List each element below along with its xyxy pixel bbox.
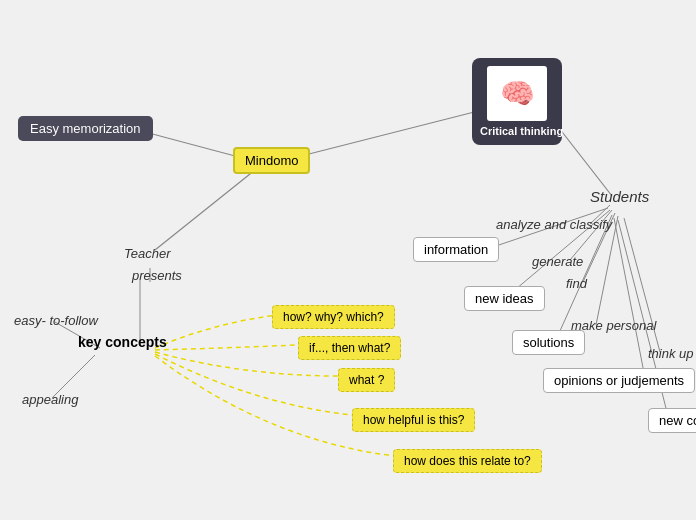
generate-node: generate	[528, 252, 587, 270]
appealing-node: appealing	[18, 390, 82, 408]
how-helpful-node[interactable]: how helpful is this?	[352, 408, 475, 432]
mindomo-box: Mindomo	[233, 147, 310, 174]
teacher-node[interactable]: Teacher	[120, 244, 175, 262]
new-ideas-node[interactable]: new ideas	[464, 286, 545, 311]
information-box: information	[413, 237, 499, 262]
presents-node: presents	[128, 266, 186, 284]
if-then-what-box: if..., then what?	[298, 336, 401, 360]
svg-line-1	[305, 108, 490, 155]
critical-thinking-label: Critical thinking	[480, 125, 554, 137]
how-helpful-box: how helpful is this?	[352, 408, 475, 432]
think-up-node: think up	[644, 344, 696, 362]
think-up-label: think up	[644, 344, 696, 363]
what-node[interactable]: what ?	[338, 368, 395, 392]
presents-label: presents	[128, 266, 186, 285]
if-then-what-node[interactable]: if..., then what?	[298, 336, 401, 360]
new-ideas-box: new ideas	[464, 286, 545, 311]
critical-thinking-node[interactable]: 🧠 Critical thinking	[472, 58, 562, 145]
analyze-classify-node: analyze and classify	[492, 215, 616, 233]
solutions-node[interactable]: solutions	[512, 330, 585, 355]
key-concepts-label: key concepts	[74, 332, 171, 352]
how-does-relate-box: how does this relate to?	[393, 449, 542, 473]
new-co-box: new co...	[648, 408, 696, 433]
opinions-box: opinions or judjements	[543, 368, 695, 393]
svg-line-2	[155, 170, 255, 250]
analyze-classify-label: analyze and classify	[492, 215, 616, 234]
mindomo-node[interactable]: Mindomo	[233, 147, 310, 174]
information-node[interactable]: information	[413, 237, 499, 262]
easy-memorization-box: Easy memorization	[18, 116, 153, 141]
easy-to-follow-label: easy- to-follow	[10, 311, 102, 330]
what-box: what ?	[338, 368, 395, 392]
how-why-which-node[interactable]: how? why? which?	[272, 305, 395, 329]
appealing-label: appealing	[18, 390, 82, 409]
find-label: find	[562, 274, 591, 293]
key-concepts-node[interactable]: key concepts	[74, 333, 171, 351]
students-label: Students	[590, 188, 649, 205]
opinions-node[interactable]: opinions or judjements	[543, 368, 695, 393]
generate-label: generate	[528, 252, 587, 271]
new-co-node[interactable]: new co...	[648, 408, 696, 433]
svg-line-16	[614, 218, 645, 378]
how-why-which-box: how? why? which?	[272, 305, 395, 329]
how-does-relate-node[interactable]: how does this relate to?	[393, 449, 542, 473]
critical-thinking-icon: 🧠	[487, 66, 547, 121]
easy-to-follow-node: easy- to-follow	[10, 311, 102, 329]
students-node[interactable]: Students	[590, 188, 649, 206]
teacher-label: Teacher	[120, 244, 175, 263]
solutions-box: solutions	[512, 330, 585, 355]
easy-memorization-node[interactable]: Easy memorization	[18, 116, 153, 141]
find-node: find	[562, 274, 591, 292]
